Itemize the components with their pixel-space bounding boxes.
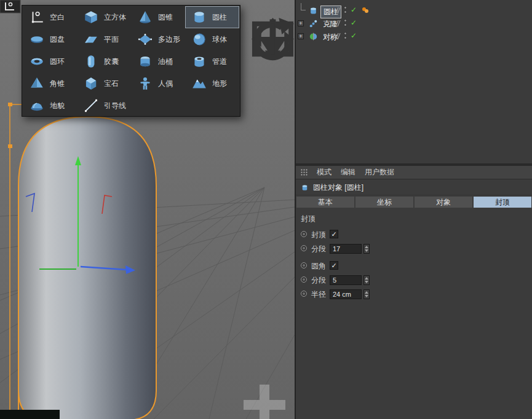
menu-item-label: 宝石 bbox=[104, 79, 119, 89]
menu-item-pyramid[interactable]: 角锥 bbox=[23, 72, 77, 95]
panel-grip-icon[interactable] bbox=[301, 169, 308, 176]
menu-item-gem[interactable]: 宝石 bbox=[77, 72, 131, 95]
attr-row-segments: 分段 17 bbox=[296, 243, 532, 255]
tab-object[interactable]: 对象 bbox=[415, 197, 472, 208]
menu-item-label: 平面 bbox=[104, 34, 119, 45]
object-row-symmetry[interactable]: + 对称 ✓ bbox=[296, 31, 532, 42]
menu-mode[interactable]: 模式 bbox=[317, 167, 332, 178]
enabled-check-icon[interactable]: ✓ bbox=[351, 31, 357, 40]
menu-item-label: 多边形 bbox=[158, 34, 180, 45]
menu-item-polygon[interactable]: 多边形 bbox=[131, 28, 185, 50]
cloner-object-icon bbox=[309, 19, 318, 28]
disc-icon bbox=[28, 31, 46, 47]
fillet-segments-stepper[interactable] bbox=[363, 275, 370, 285]
fillet-segments-input[interactable]: 5 bbox=[330, 275, 362, 285]
tab-caps[interactable]: 封顶 bbox=[474, 197, 531, 208]
object-row-cloner[interactable]: + 克隆 ✓ bbox=[296, 18, 532, 29]
bottom-bar-fragment bbox=[0, 410, 60, 419]
cone-icon bbox=[137, 9, 154, 25]
menu-item-tube[interactable]: 管道 bbox=[185, 50, 239, 72]
keyframe-circle[interactable] bbox=[301, 276, 307, 283]
layer-icon[interactable] bbox=[335, 7, 341, 16]
expand-icon[interactable]: + bbox=[298, 33, 304, 39]
menu-userdata[interactable]: 用户数据 bbox=[365, 167, 394, 178]
menu-item-figure[interactable]: 人偶 bbox=[131, 72, 185, 95]
attr-label: 分段 bbox=[311, 244, 326, 254]
menu-item-label: 立方体 bbox=[104, 12, 126, 23]
capsule-object[interactable] bbox=[18, 117, 156, 419]
layer-icon[interactable] bbox=[335, 33, 341, 42]
segments-input[interactable]: 17 bbox=[330, 244, 362, 254]
attribute-menu-bar: 模式 编辑 用户数据 bbox=[296, 166, 532, 179]
keyframe-circle[interactable] bbox=[301, 262, 307, 268]
torus-icon bbox=[28, 53, 46, 69]
caps-checkbox[interactable]: ✓ bbox=[330, 230, 338, 238]
menu-item-sphere[interactable]: 球体 bbox=[185, 28, 239, 50]
null-icon bbox=[28, 9, 46, 25]
cylinder-icon bbox=[191, 9, 208, 25]
layer-icon[interactable] bbox=[335, 20, 341, 29]
menu-item-oiltank[interactable]: 油桶 bbox=[131, 50, 185, 72]
menu-item-disc[interactable]: 圆盘 bbox=[23, 28, 77, 50]
keyframe-circle[interactable] bbox=[301, 245, 307, 251]
view-layout-icon[interactable] bbox=[287, 15, 297, 25]
object-manager[interactable]: 圆柱 ✓ + 克隆 ✓ + 对称 ✓ bbox=[296, 0, 532, 163]
menu-item-label: 胶囊 bbox=[104, 57, 119, 67]
plane-icon bbox=[82, 31, 100, 47]
menu-edit[interactable]: 编辑 bbox=[341, 167, 355, 178]
menu-item-label: 圆柱 bbox=[212, 12, 227, 23]
menu-item-guide[interactable]: 引导线 bbox=[77, 95, 131, 117]
guide-icon bbox=[82, 98, 100, 114]
attr-row-fillet-segments: 分段 5 bbox=[296, 274, 532, 286]
tab-basic[interactable]: 基本 bbox=[296, 197, 354, 208]
cube-icon bbox=[82, 9, 100, 25]
enabled-check-icon[interactable]: ✓ bbox=[351, 6, 357, 14]
oiltank-icon bbox=[137, 53, 154, 69]
menu-item-label: 地形 bbox=[212, 79, 227, 89]
landscape-icon bbox=[191, 76, 208, 92]
menu-item-null[interactable]: 空白 bbox=[23, 6, 77, 28]
fillet-checkbox[interactable]: ✓ bbox=[330, 261, 338, 270]
radius-input[interactable]: 24 cm bbox=[330, 289, 362, 299]
radius-stepper[interactable] bbox=[363, 289, 370, 299]
attribute-title-row: 圆柱对象 [圆柱] bbox=[296, 180, 532, 195]
menu-item-label: 圆环 bbox=[50, 57, 65, 67]
menu-item-label: 圆锥 bbox=[158, 12, 173, 23]
keyframe-circle[interactable] bbox=[301, 231, 307, 237]
expand-icon[interactable]: + bbox=[298, 20, 304, 26]
menu-item-plane[interactable]: 平面 bbox=[77, 28, 131, 50]
menu-item-landscape[interactable]: 地形 bbox=[185, 72, 239, 95]
attr-label: 半径 bbox=[311, 289, 326, 300]
cylinder-object-icon bbox=[301, 183, 309, 192]
attr-row-caps: 封顶 ✓ bbox=[296, 229, 532, 241]
object-row-cylinder[interactable]: 圆柱 ✓ bbox=[296, 5, 532, 17]
menu-item-cube[interactable]: 立方体 bbox=[77, 6, 131, 28]
attr-label: 分段 bbox=[311, 275, 326, 286]
right-panel: 圆柱 ✓ + 克隆 ✓ + 对称 ✓ bbox=[296, 0, 532, 419]
attr-label: 圆角 bbox=[311, 261, 326, 272]
tab-coordinates[interactable]: 坐标 bbox=[355, 197, 413, 208]
menu-item-label: 球体 bbox=[212, 34, 227, 45]
primitives-menu: 空白 立方体 圆锥 圆柱 圆盘 平面 多边形 球体 圆环 胶囊 油桶 bbox=[22, 5, 240, 117]
menu-item-cone[interactable]: 圆锥 bbox=[131, 6, 185, 28]
segments-stepper[interactable] bbox=[363, 244, 370, 254]
menu-item-capsule[interactable]: 胶囊 bbox=[77, 50, 131, 72]
generator-state-icon bbox=[362, 7, 369, 15]
viewport-toolbar bbox=[248, 15, 297, 25]
attribute-manager: 模式 编辑 用户数据 圆柱对象 [圆柱] 基本 坐标 对象 封顶 封顶 封顶 ✓… bbox=[296, 166, 532, 419]
attr-row-radius: 半径 24 cm bbox=[296, 288, 532, 300]
attribute-tabs: 基本 坐标 对象 封顶 bbox=[296, 197, 531, 208]
cylinder-object-icon bbox=[309, 6, 318, 15]
menu-item-label: 人偶 bbox=[158, 79, 173, 89]
menu-item-cylinder[interactable]: 圆柱 bbox=[185, 6, 239, 28]
menu-item-relief[interactable]: 地貌 bbox=[23, 95, 77, 117]
visibility-dots[interactable] bbox=[344, 32, 347, 41]
keyframe-circle[interactable] bbox=[301, 291, 307, 297]
enabled-check-icon[interactable]: ✓ bbox=[351, 18, 357, 27]
visibility-dots[interactable] bbox=[344, 6, 347, 15]
active-tool-icon[interactable] bbox=[0, 0, 20, 13]
capsule-icon bbox=[82, 53, 100, 69]
gem-icon bbox=[82, 76, 100, 92]
menu-item-torus[interactable]: 圆环 bbox=[23, 50, 77, 72]
visibility-dots[interactable] bbox=[344, 19, 347, 28]
